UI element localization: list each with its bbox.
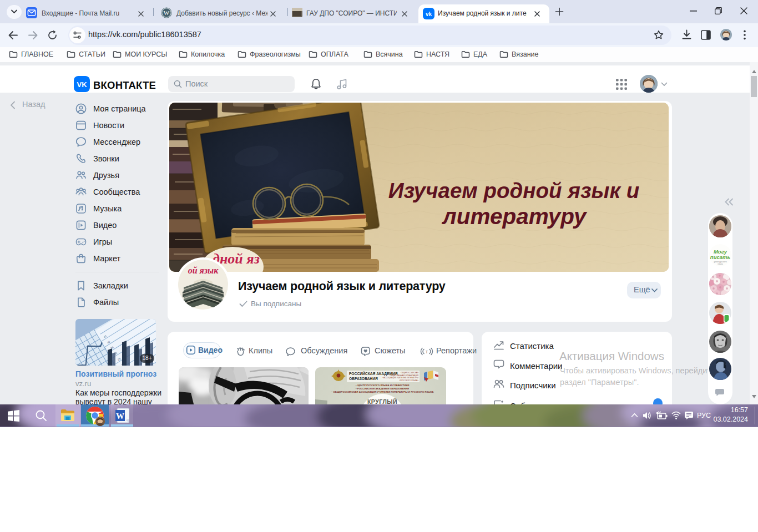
svg-text:языка: языка xyxy=(717,263,722,265)
svg-text:писать: писать xyxy=(710,254,731,260)
svg-text:И РУССКОГО ЯЗЫКА»: И РУССКОГО ЯЗЫКА» xyxy=(400,379,418,382)
svg-text:vk: vk xyxy=(426,11,432,17)
svg-text:– ОБЩЕРОССИЙСКАЯ АССОЦИАЦИЯ УЧ: – ОБЩЕРОССИЙСКАЯ АССОЦИАЦИЯ УЧИТЕЛЕЙ ЛИТ… xyxy=(331,391,434,393)
svg-text:литературу: литературу xyxy=(442,204,588,229)
svg-text:W: W xyxy=(164,9,170,16)
svg-text:VK: VK xyxy=(77,80,87,89)
svg-text:КРУГЛЫЙ: КРУГЛЫЙ xyxy=(367,398,397,404)
svg-text:т: т xyxy=(426,349,428,354)
svg-text:ОБРАЗОВАНИЯ: ОБРАЗОВАНИЯ xyxy=(349,377,378,381)
svg-text:ой язык: ой язык xyxy=(188,266,219,275)
svg-text:«АССОЦИАЦИЯ УЧИТЕЛЕЙ ЛИТЕРАТУР: «АССОЦИАЦИЯ УЧИТЕЛЕЙ ЛИТЕРАТУРЫ xyxy=(382,377,418,379)
svg-text:• РОССИЙСКОЙ АКАДЕМИИ ОБРАЗОВА: • РОССИЙСКОЙ АКАДЕМИИ ОБРАЗОВАНИЯ xyxy=(356,387,409,390)
svg-text:ОБЩЕСТВЕННАЯ ОРГАНИЗАЦИЯ: ОБЩЕСТВЕННАЯ ОРГАНИЗАЦИЯ xyxy=(390,374,419,377)
svg-text:ОБЩЕРОССИЙСКАЯ: ОБЩЕРОССИЙСКАЯ xyxy=(401,372,419,374)
svg-text:– ЦЕНТР РУССКОГО ЯЗЫКА И СЛАВИ: – ЦЕНТР РУССКОГО ЯЗЫКА И СЛАВИСТИКИ xyxy=(356,384,410,387)
svg-text:Изучаем родной язык и: Изучаем родной язык и xyxy=(388,179,639,202)
svg-text:дной яз: дной яз xyxy=(213,251,260,267)
svg-text:W: W xyxy=(116,412,124,420)
